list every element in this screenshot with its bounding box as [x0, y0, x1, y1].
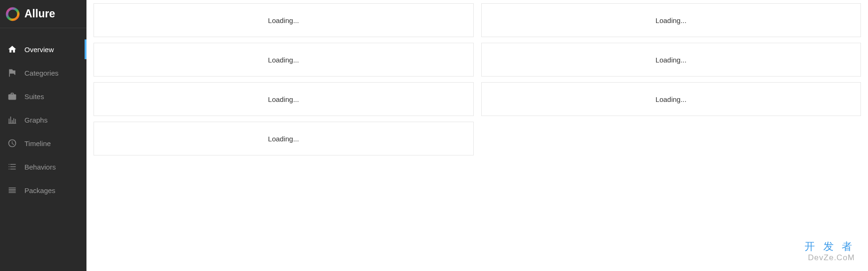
layers-icon	[7, 185, 18, 196]
watermark: 开 发 者 DevZe.CoM	[805, 240, 855, 263]
loading-text: Loading...	[268, 56, 299, 64]
loading-text: Loading...	[268, 95, 299, 103]
sidebar-item-label: Timeline	[24, 139, 51, 147]
bar-chart-icon	[7, 114, 18, 125]
flag-icon	[7, 67, 18, 78]
left-column: Loading... Loading... Loading... Loading…	[94, 3, 474, 155]
sidebar: Allure Overview Categories Suites Graphs	[0, 0, 86, 271]
main-content: Loading... Loading... Loading... Loading…	[86, 0, 868, 271]
sidebar-item-packages[interactable]: Packages	[0, 178, 86, 202]
loading-widget: Loading...	[94, 82, 474, 116]
loading-widget: Loading...	[94, 122, 474, 155]
watermark-text-cn: 开 发 者	[805, 240, 855, 253]
watermark-text-en: DevZe.CoM	[805, 253, 855, 263]
sidebar-item-timeline[interactable]: Timeline	[0, 132, 86, 155]
allure-logo-icon	[6, 7, 20, 21]
loading-text: Loading...	[656, 95, 687, 103]
sidebar-item-categories[interactable]: Categories	[0, 61, 86, 85]
sidebar-item-label: Packages	[24, 186, 55, 194]
sidebar-item-overview[interactable]: Overview	[0, 38, 86, 61]
svg-point-0	[7, 8, 18, 20]
loading-text: Loading...	[268, 135, 299, 143]
sidebar-item-suites[interactable]: Suites	[0, 85, 86, 108]
clock-icon	[7, 138, 18, 149]
sidebar-header: Allure	[0, 0, 86, 28]
sidebar-nav: Overview Categories Suites Graphs Timeli…	[0, 28, 86, 202]
sidebar-item-label: Overview	[24, 46, 54, 54]
sidebar-item-behaviors[interactable]: Behaviors	[0, 155, 86, 178]
sidebar-item-graphs[interactable]: Graphs	[0, 108, 86, 132]
widget-grid: Loading... Loading... Loading... Loading…	[94, 3, 861, 155]
loading-text: Loading...	[268, 16, 299, 24]
sidebar-item-label: Behaviors	[24, 163, 56, 171]
loading-text: Loading...	[656, 56, 687, 64]
loading-text: Loading...	[656, 16, 687, 24]
loading-widget: Loading...	[481, 3, 861, 37]
sidebar-item-label: Categories	[24, 69, 59, 77]
loading-widget: Loading...	[94, 3, 474, 37]
briefcase-icon	[7, 91, 18, 102]
list-icon	[7, 161, 18, 172]
loading-widget: Loading...	[481, 43, 861, 77]
loading-widget: Loading...	[481, 82, 861, 116]
home-icon	[7, 44, 18, 55]
sidebar-item-label: Graphs	[24, 116, 47, 124]
sidebar-item-label: Suites	[24, 93, 44, 101]
app-title: Allure	[24, 8, 55, 20]
right-column: Loading... Loading... Loading...	[481, 3, 861, 155]
loading-widget: Loading...	[94, 43, 474, 77]
